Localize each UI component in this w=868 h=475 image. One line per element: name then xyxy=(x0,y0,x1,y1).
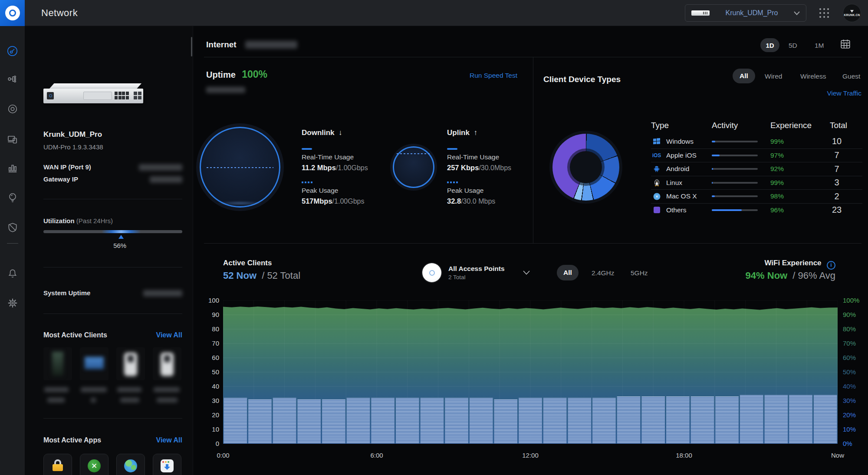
activity-cell xyxy=(712,209,766,211)
time-range-1d[interactable]: 1D xyxy=(760,38,779,52)
right-axis-tick: 30% xyxy=(843,397,856,404)
active-client-thumbnail[interactable] xyxy=(43,347,72,380)
right-axis-tick: 20% xyxy=(843,411,856,419)
panel-divider xyxy=(43,199,182,199)
table-row[interactable]: iOSApple iOS97%7 xyxy=(651,148,862,162)
unifi-logo[interactable] xyxy=(0,0,25,26)
sidebar-item-unifi-devices[interactable] xyxy=(0,99,25,119)
device-firmware: UDM-Pro 1.9.3.3438 xyxy=(43,143,103,151)
table-row[interactable]: ✕Mac OS X98%2 xyxy=(651,189,862,203)
device-type-label: Windows xyxy=(666,138,694,145)
active-clients-bar xyxy=(248,399,272,444)
utilization-value: 56% xyxy=(113,242,126,249)
active-client-thumbnail[interactable] xyxy=(80,347,108,380)
active-clients-bar xyxy=(814,395,837,444)
device-types-table: Type Activity Experience Total Windows99… xyxy=(651,121,862,217)
left-axis-tick: 40 xyxy=(192,383,219,390)
active-clients-bar xyxy=(568,398,592,444)
sidebar-item-dashboard[interactable] xyxy=(0,41,25,60)
peak-legend-icon xyxy=(302,181,313,183)
x-axis-tick: 6:00 xyxy=(370,452,383,459)
activity-bar xyxy=(712,182,758,184)
right-axis-tick: 60% xyxy=(843,354,856,361)
gateway-ip-label: Gateway IP xyxy=(43,175,78,183)
active-clients-count: 52 Now / 52 Total xyxy=(223,270,300,281)
active-clients-bar xyxy=(445,398,468,444)
system-uptime-label: System Uptime xyxy=(43,289,90,297)
device-types-tab-all[interactable]: All xyxy=(733,69,755,83)
right-axis-tick: 70% xyxy=(843,340,856,347)
table-row[interactable]: Windows99%10 xyxy=(651,135,862,148)
sidebar-item-settings[interactable] xyxy=(0,294,25,313)
sidebar-item-threat-management[interactable] xyxy=(0,218,25,237)
gateway-ip-value-redacted xyxy=(150,176,182,183)
x-axis-tick: 18:00 xyxy=(676,452,692,459)
sidebar-item-clients[interactable] xyxy=(0,129,25,148)
time-range-5d[interactable]: 5D xyxy=(789,42,797,49)
left-axis-tick: 60 xyxy=(192,354,219,361)
band-tab-5ghz[interactable]: 5GHz xyxy=(631,269,648,277)
band-tab-all[interactable]: All xyxy=(557,265,579,280)
right-axis-tick: 80% xyxy=(843,325,856,333)
access-point-selector[interactable]: All Access Points 2 Total xyxy=(422,263,530,282)
device-types-tab-wired[interactable]: Wired xyxy=(765,73,782,80)
device-name: Krunk_UDM_Pro xyxy=(43,130,102,139)
total-value: 10 xyxy=(819,136,862,146)
view-all-apps-link[interactable]: View All xyxy=(139,436,182,444)
experience-value: 99% xyxy=(766,179,819,187)
user-avatar[interactable]: KRUNK.CN xyxy=(843,4,861,22)
app-card-security[interactable] xyxy=(43,454,72,475)
run-speed-test-link[interactable]: Run Speed Test xyxy=(452,72,517,79)
top-bar: Network Krunk_UDM_Pro KRUNK.CN xyxy=(0,0,868,26)
right-axis-tick: 50% xyxy=(843,368,856,376)
device-type-label: Others xyxy=(666,206,687,214)
sidebar-item-statistics[interactable] xyxy=(0,158,25,178)
realtime-legend-icon xyxy=(447,148,457,150)
band-tab-24ghz[interactable]: 2.4GHz xyxy=(592,269,615,277)
device-type-cell: Android xyxy=(651,165,712,173)
internet-provider-redacted xyxy=(245,41,297,49)
table-row[interactable]: Android92%7 xyxy=(651,162,862,176)
time-range-1m[interactable]: 1M xyxy=(815,42,824,49)
app-card-xbox[interactable]: ✕ xyxy=(80,454,108,475)
app-card-downloads[interactable] xyxy=(153,454,181,475)
table-row[interactable]: Linux99%3 xyxy=(651,176,862,190)
device-types-tab-wireless[interactable]: Wireless xyxy=(800,73,826,80)
svg-text:✕: ✕ xyxy=(655,195,658,199)
sidebar-item-notifications[interactable] xyxy=(0,264,25,283)
site-selector[interactable]: Krunk_UDM_Pro xyxy=(685,4,806,22)
downlink-gauge xyxy=(200,127,280,208)
sidebar-nav xyxy=(0,26,25,475)
experience-value: 99% xyxy=(766,138,819,145)
device-types-tab-guest[interactable]: Guest xyxy=(842,73,860,80)
client-sub-redacted xyxy=(47,398,65,402)
gear-icon xyxy=(7,297,18,309)
downlink-realtime-label: Real-Time Usage xyxy=(302,153,354,161)
sidebar-item-insights[interactable] xyxy=(0,188,25,207)
mac-os-x-icon: ✕ xyxy=(651,193,662,200)
info-icon[interactable]: i xyxy=(827,261,835,270)
system-uptime-value-redacted xyxy=(143,290,182,297)
active-clients-bar xyxy=(641,396,665,444)
activity-bar xyxy=(712,155,758,156)
client-name-redacted xyxy=(154,387,180,392)
android-icon xyxy=(651,165,662,172)
panel-scrollbar[interactable] xyxy=(191,37,192,56)
uplink-title: Uplink ↑ xyxy=(447,129,477,137)
active-client-thumbnail[interactable] xyxy=(153,347,181,380)
calendar-icon[interactable] xyxy=(840,38,851,49)
right-axis-tick: 40% xyxy=(843,383,856,390)
left-axis-tick: 90 xyxy=(192,311,219,318)
apps-grid-icon[interactable] xyxy=(819,7,830,19)
view-all-clients-link[interactable]: View All xyxy=(139,331,182,339)
uptime-since-redacted xyxy=(206,87,245,93)
active-clients-bar xyxy=(224,398,247,444)
view-traffic-link[interactable]: View Traffic xyxy=(796,89,861,97)
table-row[interactable]: Others96%23 xyxy=(651,203,862,217)
app-card-web[interactable] xyxy=(116,454,145,475)
activity-cell xyxy=(712,155,766,156)
client-name-redacted xyxy=(81,387,107,392)
active-client-thumbnail[interactable] xyxy=(116,347,145,380)
sidebar-item-topology[interactable] xyxy=(0,69,25,89)
active-clients-bar xyxy=(691,396,714,444)
